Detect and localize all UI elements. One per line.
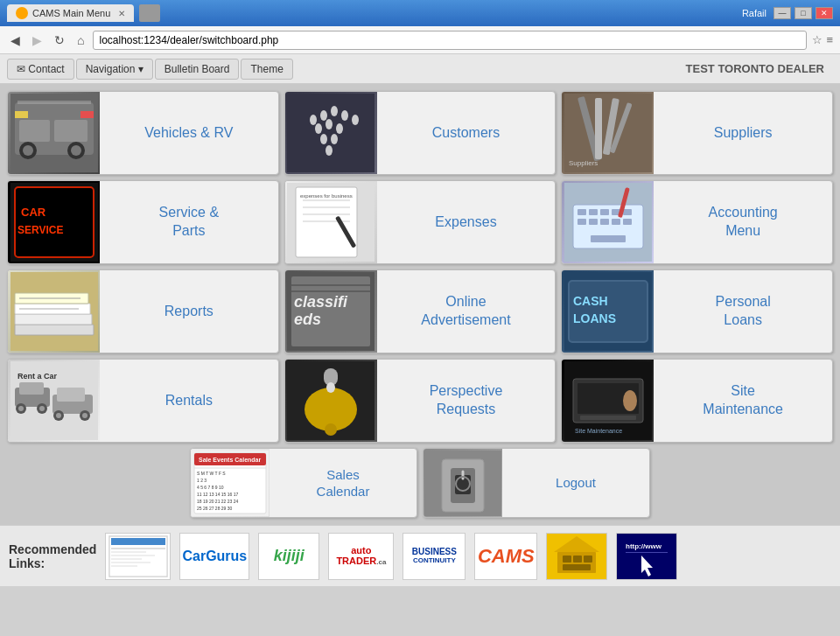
svg-rect-97: [580, 416, 636, 420]
menu-icon[interactable]: ≡: [826, 33, 833, 46]
rec-link-cargurus[interactable]: CarGurus: [179, 533, 249, 580]
tile-maintenance-image: Site Maintenance: [562, 360, 654, 442]
navigation-button[interactable]: Navigation ▾: [76, 59, 153, 80]
tile-accounting[interactable]: AccountingMenu: [561, 180, 833, 264]
svg-rect-130: [573, 556, 582, 563]
main-content: Vehicles & RV: [0, 84, 840, 525]
tile-sales-calendar-image: Sale Events Calendar S M T W T F S 1 2 3…: [191, 449, 270, 517]
archive-icon: [554, 536, 599, 577]
svg-text:18 19 20 21 22 23 24: 18 19 20 21 22 23 24: [197, 499, 238, 504]
svg-point-87: [82, 413, 88, 418]
tab-title: CAMS Main Menu: [32, 8, 110, 18]
tile-perspective[interactable]: PerspectiveRequests: [284, 359, 556, 443]
svg-rect-135: [626, 552, 668, 553]
svg-point-3: [23, 145, 33, 156]
close-button[interactable]: ✕: [816, 7, 833, 19]
reload-button[interactable]: ↻: [51, 31, 68, 49]
svg-rect-11: [287, 94, 374, 172]
minimize-button[interactable]: —: [774, 7, 791, 19]
svg-rect-124: [111, 562, 150, 563]
tile-accounting-label: AccountingMenu: [654, 204, 832, 241]
tile-loans[interactable]: CASH LOANS PersonalLoans: [561, 269, 833, 353]
tile-vehicles-label: Vehicles & RV: [100, 124, 278, 143]
svg-rect-121: [111, 551, 146, 553]
tile-vehicles[interactable]: Vehicles & RV: [7, 91, 279, 175]
svg-rect-57: [15, 325, 94, 335]
http-icon: http://www: [624, 536, 669, 577]
tile-maintenance[interactable]: Site Maintenance SiteMaintenance: [561, 359, 833, 443]
svg-rect-46: [600, 209, 609, 215]
svg-text:25 26 27 28 29 30: 25 26 27 28 29 30: [197, 506, 233, 511]
svg-point-81: [39, 406, 45, 411]
svg-rect-10: [18, 101, 91, 104]
svg-text:11 12 13 14 15 16 17: 11 12 13 14 15 16 17: [197, 492, 238, 497]
tile-loans-label: PersonalLoans: [654, 293, 832, 330]
tile-expenses[interactable]: expenses for business Expenses: [284, 180, 556, 264]
tile-service[interactable]: CAR SERVICE Service &Parts: [7, 180, 279, 264]
contact-button[interactable]: ✉ Contact: [7, 59, 74, 80]
url-input[interactable]: [93, 31, 807, 50]
svg-rect-120: [111, 548, 165, 549]
rec-link-business[interactable]: BUSINESS CONTINUITY: [402, 533, 466, 580]
svg-rect-6: [19, 120, 50, 142]
svg-text:expenses for business: expenses for business: [300, 193, 353, 199]
svg-text:4  5  6  7  8  9 10: 4 5 6 7 8 9 10: [197, 485, 224, 490]
autotrader-text: auto TRADER.ca: [336, 545, 386, 567]
forward-button[interactable]: ▶: [29, 31, 46, 49]
cargurus-text: CarGurus: [182, 549, 247, 564]
svg-rect-77: [19, 382, 44, 395]
svg-point-19: [336, 123, 343, 134]
svg-rect-48: [623, 209, 632, 215]
rec-link-kijiji[interactable]: kijiji: [258, 533, 319, 580]
tile-vehicles-image: [8, 92, 100, 174]
svg-point-5: [71, 145, 81, 156]
tile-online-ad[interactable]: classifi eds OnlineAdvertisement: [284, 269, 556, 353]
svg-text:Site Maintenance: Site Maintenance: [575, 428, 622, 434]
tile-suppliers[interactable]: Suppliers Suppliers: [561, 91, 833, 175]
svg-rect-54: [591, 235, 626, 242]
rec-link-archive[interactable]: [546, 533, 607, 580]
tile-reports[interactable]: Reports: [7, 269, 279, 353]
home-button[interactable]: ⌂: [74, 31, 88, 49]
rec-link-autotrader[interactable]: auto TRADER.ca: [328, 533, 394, 580]
tile-sales-calendar[interactable]: Sale Events Calendar S M T W T F S 1 2 3…: [190, 448, 417, 518]
tile-loans-image: CASH LOANS: [562, 270, 654, 353]
svg-rect-123: [111, 558, 142, 560]
tile-rentals[interactable]: Rent a Car: [7, 359, 279, 443]
svg-rect-45: [589, 209, 598, 215]
back-button[interactable]: ◀: [7, 31, 24, 49]
svg-text:eds: eds: [294, 311, 321, 328]
svg-text:SERVICE: SERVICE: [18, 224, 63, 236]
svg-text:Sale Events Calendar: Sale Events Calendar: [199, 457, 261, 463]
svg-rect-125: [111, 565, 137, 567]
rec-link-screenshot[interactable]: [105, 533, 171, 580]
tile-logout[interactable]: Logout: [423, 448, 650, 518]
rec-link-http[interactable]: http://www: [616, 533, 677, 580]
svg-text:S M T W T F S: S M T W T F S: [197, 471, 226, 476]
tile-reports-label: Reports: [100, 303, 278, 321]
svg-point-16: [352, 115, 359, 125]
new-tab-button[interactable]: [139, 4, 160, 22]
svg-point-92: [325, 423, 337, 436]
maximize-button[interactable]: □: [794, 7, 812, 19]
rec-link-cams[interactable]: CAMS: [474, 533, 537, 580]
tile-customers[interactable]: Customers: [284, 91, 556, 175]
svg-rect-122: [111, 555, 155, 556]
bulletin-board-button[interactable]: Bulletin Board: [155, 59, 240, 80]
svg-point-85: [56, 413, 61, 418]
recommended-bar: RecommendedLinks: CarGurus kijiji auto T…: [0, 525, 840, 586]
tile-customers-image: [285, 92, 377, 174]
svg-point-99: [623, 390, 637, 411]
bookmark-star-icon[interactable]: ☆: [812, 33, 822, 46]
recommended-label: RecommendedLinks:: [9, 542, 96, 570]
business-text: BUSINESS CONTINUITY: [412, 547, 457, 565]
tile-perspective-label: PerspectiveRequests: [377, 382, 556, 419]
svg-point-17: [315, 123, 322, 134]
close-tab-icon[interactable]: ✕: [118, 9, 125, 18]
tile-maintenance-label: SiteMaintenance: [654, 382, 832, 419]
address-icons: ☆ ≡: [812, 33, 833, 46]
svg-point-12: [310, 115, 317, 125]
menu-bar-left: ✉ Contact Navigation ▾ Bulletin Board Th…: [7, 59, 293, 80]
browser-tab[interactable]: CAMS Main Menu ✕: [7, 4, 134, 22]
theme-button[interactable]: Theme: [241, 59, 292, 80]
